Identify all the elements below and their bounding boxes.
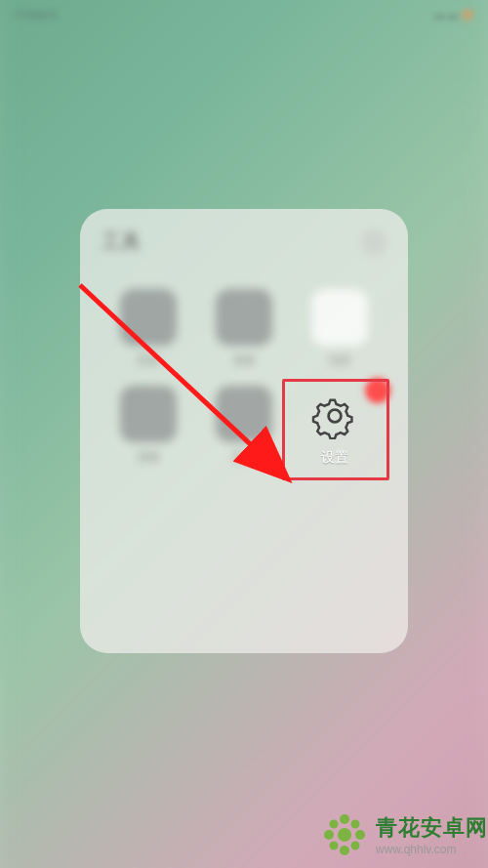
app-item[interactable]: 应用 <box>201 289 287 368</box>
watermark: 青花安卓网 www.qhhlv.com <box>321 811 488 858</box>
svg-point-4 <box>340 814 349 824</box>
app-label: 应用 <box>138 353 159 368</box>
app-label: 应用 <box>233 353 255 368</box>
status-bar: 中国移动 ▬ ▬ <box>0 0 488 29</box>
status-left: 中国移动 <box>15 8 58 22</box>
svg-point-7 <box>355 830 365 840</box>
svg-point-9 <box>351 820 360 829</box>
app-item[interactable]: 应用 <box>105 386 191 465</box>
folder-header: 工具 <box>102 228 386 255</box>
status-right: ▬ ▬ <box>434 9 473 21</box>
carrier-text: 中国移动 <box>15 8 58 22</box>
watermark-url: www.qhhlv.com <box>376 843 456 856</box>
watermark-brand: 青花安卓网 <box>376 813 488 843</box>
svg-point-10 <box>330 842 339 850</box>
folder-options-icon[interactable] <box>361 229 386 255</box>
app-item[interactable]: 应用 <box>201 386 287 465</box>
svg-point-8 <box>330 820 339 829</box>
folder-title: 工具 <box>102 228 141 255</box>
app-icon <box>120 289 177 346</box>
watermark-logo-icon <box>321 811 368 858</box>
app-item[interactable]: 应用 <box>105 289 191 368</box>
svg-point-11 <box>351 842 360 850</box>
app-icon <box>120 386 177 442</box>
watermark-text: 青花安卓网 www.qhhlv.com <box>376 813 488 856</box>
status-icons: ▬ ▬ <box>434 9 459 21</box>
svg-point-3 <box>338 828 351 842</box>
svg-point-6 <box>324 830 334 840</box>
app-label: 应用 <box>233 450 255 465</box>
app-label: 应用 <box>138 450 159 465</box>
status-circle-icon <box>462 9 473 21</box>
app-item[interactable]: 日历 <box>297 289 383 368</box>
app-icon <box>216 289 272 346</box>
svg-point-5 <box>340 846 349 855</box>
app-icon <box>216 386 272 442</box>
app-label: 日历 <box>329 353 350 368</box>
highlight-box <box>282 379 389 480</box>
calendar-icon <box>311 289 368 346</box>
